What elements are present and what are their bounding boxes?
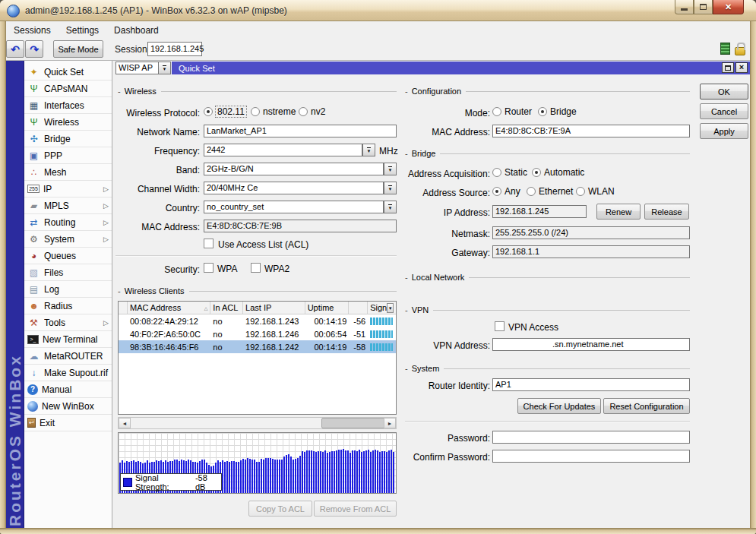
quickset-restore-button[interactable] <box>722 62 734 73</box>
sidebar-item-new-winbox[interactable]: New WinBox <box>24 398 112 415</box>
network-name-field[interactable]: LanMarket_AP1 <box>204 125 397 137</box>
menu-sessions[interactable]: Sessions <box>6 24 59 37</box>
frequency-dropdown-button[interactable]: ▼ <box>362 144 375 156</box>
sidebar-item-label: Mesh <box>44 167 109 178</box>
check-for-updates-button[interactable]: Check For Updates <box>517 398 601 414</box>
copy-to-acl-button[interactable]: Copy To ACL <box>248 501 312 517</box>
quick-set-icon: ✦ <box>27 66 40 77</box>
group-line <box>440 153 690 154</box>
header-uptime[interactable]: Uptime <box>305 302 350 314</box>
radio-nstreme[interactable]: nstreme <box>251 106 296 117</box>
renew-button[interactable]: Renew <box>596 204 641 220</box>
header-last-ip[interactable]: Last IP <box>243 302 305 314</box>
session-input[interactable]: 192.168.1.245 <box>147 42 202 56</box>
sidebar-item-capsman[interactable]: ΨCAPsMAN <box>24 81 112 97</box>
scroll-right-button[interactable]: ► <box>384 418 396 428</box>
sidebar-item-log[interactable]: ▤Log <box>24 281 112 298</box>
use-acl-checkbox[interactable] <box>204 239 214 248</box>
frequency-unit: MHz <box>379 146 402 156</box>
safe-mode-button[interactable]: Safe Mode <box>53 40 103 58</box>
sidebar-item-mpls[interactable]: ▰MPLS▷ <box>24 197 112 214</box>
wireless-group-header: Wireless <box>118 87 397 96</box>
quickset-mode-select[interactable]: WISP AP <box>115 62 159 74</box>
client-row[interactable]: 00:08:22:4A:29:12 no 192.168.1.243 00:14… <box>119 314 396 327</box>
undo-button[interactable]: ↶ <box>6 40 24 58</box>
confirm-password-field[interactable] <box>492 450 690 463</box>
sidebar-item-ip[interactable]: 255IP▷ <box>24 181 112 197</box>
config-mac-field[interactable]: E4:8D:8C:CB:7E:9A <box>492 125 690 137</box>
sidebar-item-radius[interactable]: ☻Radius <box>24 298 112 314</box>
country-dropdown-button[interactable]: ▼ <box>384 201 397 213</box>
sidebar-item-tools[interactable]: ⚒Tools▷ <box>24 314 112 331</box>
remove-from-acl-button[interactable]: Remove From ACL <box>314 501 397 517</box>
sidebar-item-mesh[interactable]: ∴Mesh <box>24 164 112 181</box>
sidebar-item-manual[interactable]: ?Manual <box>24 381 112 398</box>
reset-configuration-button[interactable]: Reset Configuration <box>603 398 690 414</box>
apply-button[interactable]: Apply <box>700 123 748 139</box>
sidebar-item-routing[interactable]: ⇄Routing▷ <box>24 214 112 231</box>
close-button[interactable]: ✕ <box>713 0 744 14</box>
radio-80211[interactable]: 802.11 <box>204 106 246 117</box>
header-mac-address[interactable]: MAC Address△ <box>128 302 210 314</box>
sort-asc-icon: △ <box>204 305 208 311</box>
scroll-left-button[interactable]: ◄ <box>119 418 131 428</box>
password-field[interactable] <box>492 431 690 444</box>
wpa2-checkbox[interactable] <box>251 263 261 273</box>
radio-acquisition-automatic[interactable]: Automatic <box>532 167 584 178</box>
radio-source-ethernet[interactable]: Ethernet <box>527 186 573 197</box>
channel-width-dropdown-button[interactable]: ▼ <box>384 182 397 194</box>
sidebar-item-new-terminal[interactable]: >_New Terminal <box>24 331 112 348</box>
sidebar-item-ppp[interactable]: ▣PPP <box>24 147 112 164</box>
frequency-field[interactable]: 2442 <box>204 144 362 156</box>
vpn-address-field[interactable]: .sn.mynetname.net <box>492 338 690 351</box>
sidebar-item-wireless[interactable]: ΨWireless <box>24 114 112 131</box>
maximize-button[interactable] <box>694 0 713 14</box>
signal-bars-icon <box>370 343 393 351</box>
sidebar-item-quick-set[interactable]: ✦Quick Set <box>24 64 112 81</box>
band-dropdown-button[interactable]: ▼ <box>384 163 397 175</box>
header-spacer[interactable] <box>119 302 128 314</box>
client-row[interactable]: 40:F0:2F:A6:50:0C no 192.168.1.246 00:06… <box>119 327 396 340</box>
sidebar-item-system[interactable]: ⚙System▷ <box>24 231 112 248</box>
window-frame-bottom <box>0 528 756 534</box>
quickset-mode-dropdown-button[interactable]: ▼ <box>158 62 171 74</box>
radio-nv2[interactable]: nv2 <box>299 106 325 117</box>
radio-acquisition-static[interactable]: Static <box>492 167 527 178</box>
radio-source-wlan[interactable]: WLAN <box>576 186 615 197</box>
titlebar[interactable]: admin@192.168.1.245 (AP1) - WinBox v6.32… <box>0 0 756 21</box>
sidebar-item-make-supout[interactable]: ↓Make Supout.rif <box>24 365 112 381</box>
header-signal-db[interactable] <box>349 302 368 314</box>
menu-dashboard[interactable]: Dashboard <box>106 24 166 37</box>
quickset-close-button[interactable]: × <box>735 62 748 73</box>
column-filter-button[interactable]: ▼ <box>387 303 394 313</box>
sidebar-item-bridge[interactable]: ✣Bridge <box>24 131 112 147</box>
channel-width-field[interactable]: 20/40MHz Ce <box>204 182 384 194</box>
minimize-button[interactable] <box>675 0 694 14</box>
client-row-selected[interactable]: 98:3B:16:46:45:F6 no 192.168.1.242 00:14… <box>119 340 396 353</box>
cancel-button[interactable]: Cancel <box>700 103 748 119</box>
sidebar-item-interfaces[interactable]: ▦Interfaces <box>24 97 112 114</box>
redo-button[interactable]: ↷ <box>25 40 43 58</box>
sidebar-item-files[interactable]: ▧Files <box>24 264 112 281</box>
radio-mode-bridge[interactable]: Bridge <box>538 106 577 117</box>
menu-settings[interactable]: Settings <box>59 24 106 37</box>
table-horizontal-scrollbar[interactable]: ◄ ► <box>118 417 397 429</box>
country-field[interactable]: no_country_set <box>204 201 384 213</box>
sidebar-item-metarouter[interactable]: ☁MetaROUTER <box>24 348 112 365</box>
quickset-titlebar[interactable]: Quick Set <box>172 62 750 74</box>
header-signal[interactable]: Sign▼ <box>368 302 396 314</box>
sidebar-item-exit[interactable]: ↩Exit <box>24 415 112 431</box>
filter-icon: ▼ <box>388 305 393 311</box>
radio-source-any[interactable]: Any <box>492 186 520 197</box>
band-field[interactable]: 2GHz-B/G/N <box>204 163 384 175</box>
release-button[interactable]: Release <box>644 204 689 220</box>
scrollbar-thumb[interactable] <box>321 418 385 428</box>
header-in-acl[interactable]: In ACL <box>210 302 243 314</box>
ok-button[interactable]: OK <box>700 84 748 100</box>
router-identity-field[interactable]: AP1 <box>492 378 690 391</box>
sidebar-item-label: MPLS <box>44 201 102 211</box>
sidebar-item-queues[interactable]: ◕Queues <box>24 248 112 264</box>
vpn-access-checkbox[interactable] <box>495 321 505 331</box>
wpa-checkbox[interactable] <box>204 263 214 273</box>
radio-mode-router[interactable]: Router <box>492 106 532 117</box>
